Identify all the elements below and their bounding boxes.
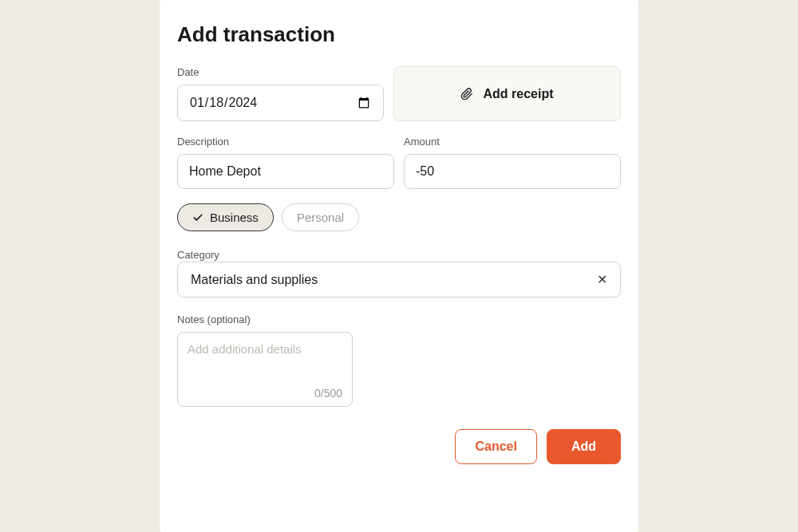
description-amount-row: Description Amount xyxy=(177,136,621,189)
category-label: Category xyxy=(177,249,219,261)
category-field: Category Materials and supplies ✕ xyxy=(177,247,621,298)
chip-personal-label: Personal xyxy=(297,211,344,224)
amount-label: Amount xyxy=(404,136,621,148)
cancel-button[interactable]: Cancel xyxy=(455,429,536,464)
description-label: Description xyxy=(177,136,394,148)
clear-category-icon[interactable]: ✕ xyxy=(597,272,607,287)
chip-personal[interactable]: Personal xyxy=(282,203,359,231)
notes-wrap: 0/500 xyxy=(177,332,353,407)
date-field: Date xyxy=(177,66,384,121)
amount-input[interactable] xyxy=(404,154,621,189)
date-input[interactable] xyxy=(177,85,384,121)
add-receipt-button[interactable]: Add receipt xyxy=(393,66,621,121)
category-value: Materials and supplies xyxy=(191,273,318,287)
footer-actions: Cancel Add xyxy=(177,429,621,464)
check-icon xyxy=(192,212,203,223)
chip-business-label: Business xyxy=(210,211,259,224)
category-input[interactable]: Materials and supplies ✕ xyxy=(177,262,621,298)
description-input[interactable] xyxy=(177,154,394,189)
description-field: Description xyxy=(177,136,394,189)
notes-counter: 0/500 xyxy=(188,387,342,400)
amount-field: Amount xyxy=(404,136,621,189)
paperclip-icon xyxy=(460,88,473,100)
chip-business[interactable]: Business xyxy=(177,203,274,231)
date-receipt-row: Date Add receipt xyxy=(177,66,621,121)
notes-field: Notes (optional) 0/500 xyxy=(177,313,621,407)
date-label: Date xyxy=(177,66,384,78)
notes-label: Notes (optional) xyxy=(177,313,621,325)
add-receipt-label: Add receipt xyxy=(483,87,553,101)
type-chips: Business Personal xyxy=(177,203,621,231)
add-transaction-modal: Add transaction Date Add receipt Descrip… xyxy=(160,0,638,532)
add-button[interactable]: Add xyxy=(547,429,621,464)
modal-title: Add transaction xyxy=(177,22,621,47)
notes-textarea[interactable] xyxy=(188,342,342,384)
